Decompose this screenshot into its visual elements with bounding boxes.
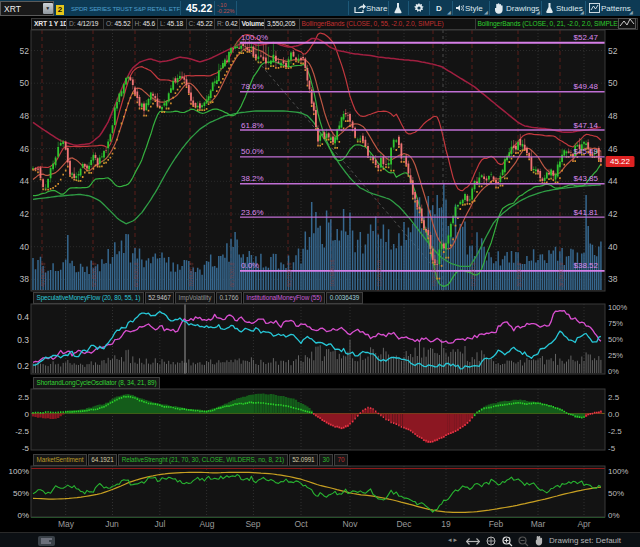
- svg-text:12/21/2018: 12/21/2018: [431, 259, 437, 287]
- svg-text:5/18/2018: 5/18/2018: [91, 263, 97, 287]
- svg-text:0%: 0%: [17, 511, 29, 520]
- svg-text:100.0%: 100.0%: [241, 33, 268, 42]
- svg-text:50: 50: [608, 78, 618, 88]
- svg-text:Mar: Mar: [531, 519, 546, 529]
- svg-text:78.6%: 78.6%: [241, 82, 264, 91]
- svg-text:50.0%: 50.0%: [241, 147, 264, 156]
- svg-text:0: 0: [25, 410, 30, 419]
- svg-text:44: 44: [20, 176, 30, 186]
- svg-text:Feb: Feb: [489, 519, 504, 529]
- svg-text:$52.47: $52.47: [574, 33, 599, 42]
- svg-text:Nov: Nov: [342, 519, 358, 529]
- svg-text:Dec: Dec: [396, 519, 412, 529]
- svg-text:40: 40: [608, 242, 618, 252]
- svg-text:$43.85: $43.85: [574, 174, 599, 183]
- svg-text:23.6%: 23.6%: [241, 208, 264, 217]
- svg-text:19: 19: [441, 519, 451, 529]
- svg-text:44: 44: [608, 176, 618, 186]
- svg-text:100%: 100%: [608, 303, 628, 312]
- svg-text:46: 46: [20, 144, 30, 154]
- svg-text:46: 46: [608, 144, 618, 154]
- svg-text:$45.49: $45.49: [574, 147, 599, 156]
- svg-text:$38.52: $38.52: [574, 261, 599, 270]
- svg-text:42: 42: [20, 209, 30, 219]
- svg-text:-2.5: -2.5: [608, 427, 622, 436]
- svg-text:0.3: 0.3: [17, 335, 29, 345]
- svg-text:0.4: 0.4: [17, 312, 29, 322]
- svg-text:-2.5: -2.5: [15, 427, 29, 436]
- svg-text:50: 50: [20, 78, 30, 88]
- svg-text:Oct: Oct: [294, 519, 308, 529]
- svg-text:38.2%: 38.2%: [241, 174, 264, 183]
- svg-text:50%: 50%: [608, 489, 624, 498]
- svg-text:100%: 100%: [608, 467, 628, 476]
- svg-text:25%: 25%: [608, 351, 623, 360]
- svg-text:Apr: Apr: [577, 519, 590, 529]
- svg-text:-5: -5: [22, 444, 30, 453]
- svg-text:Jun: Jun: [105, 519, 119, 529]
- svg-text:2.5: 2.5: [18, 393, 30, 402]
- svg-text:6/15/2018: 6/15/2018: [133, 263, 139, 287]
- svg-text:52: 52: [608, 46, 618, 56]
- svg-text:0.0: 0.0: [608, 410, 620, 419]
- svg-text:42: 42: [608, 209, 618, 219]
- svg-text:0.2: 0.2: [17, 361, 29, 371]
- svg-text:Aug: Aug: [199, 519, 214, 529]
- svg-text:Sep: Sep: [245, 519, 260, 529]
- svg-text:9/21/2018: 9/21/2018: [286, 263, 292, 287]
- svg-text:48: 48: [608, 111, 618, 121]
- svg-text:52: 52: [20, 46, 30, 56]
- svg-text:May: May: [58, 519, 75, 529]
- svg-text:0%: 0%: [608, 511, 620, 520]
- svg-text:38: 38: [608, 274, 618, 284]
- svg-text:$49.48: $49.48: [574, 82, 599, 91]
- svg-text:2.5: 2.5: [608, 393, 620, 402]
- svg-text:50%: 50%: [13, 489, 29, 498]
- svg-text:2/15/2019: 2/15/2019: [516, 263, 522, 287]
- svg-text:45.22: 45.22: [610, 157, 631, 166]
- svg-text:75%: 75%: [608, 319, 623, 328]
- svg-text:50%: 50%: [608, 335, 623, 344]
- svg-text:61.8%: 61.8%: [241, 121, 264, 130]
- svg-text:3/15/2019: 3/15/2019: [558, 263, 564, 287]
- svg-text:8/17/2018: 8/17/2018: [229, 263, 235, 287]
- svg-text:1/18/2019: 1/18/2019: [470, 263, 476, 287]
- svg-text:0.0%: 0.0%: [241, 261, 259, 270]
- svg-text:Jul: Jul: [155, 519, 166, 529]
- svg-text:38: 38: [20, 274, 30, 284]
- svg-text:$41.81: $41.81: [574, 208, 599, 217]
- svg-text:48: 48: [20, 111, 30, 121]
- svg-text:0%: 0%: [608, 367, 619, 376]
- svg-text:7/20/2018: 7/20/2018: [188, 263, 194, 287]
- svg-text:11/16/2018: 11/16/2018: [376, 260, 382, 287]
- svg-text:40: 40: [20, 242, 30, 252]
- svg-text:4/20/2018: 4/20/2018: [40, 263, 46, 287]
- svg-text:-5: -5: [608, 444, 616, 453]
- svg-text:$47.14: $47.14: [574, 121, 599, 130]
- svg-text:100%: 100%: [9, 467, 29, 476]
- svg-text:10/19/2018: 10/19/2018: [329, 259, 335, 287]
